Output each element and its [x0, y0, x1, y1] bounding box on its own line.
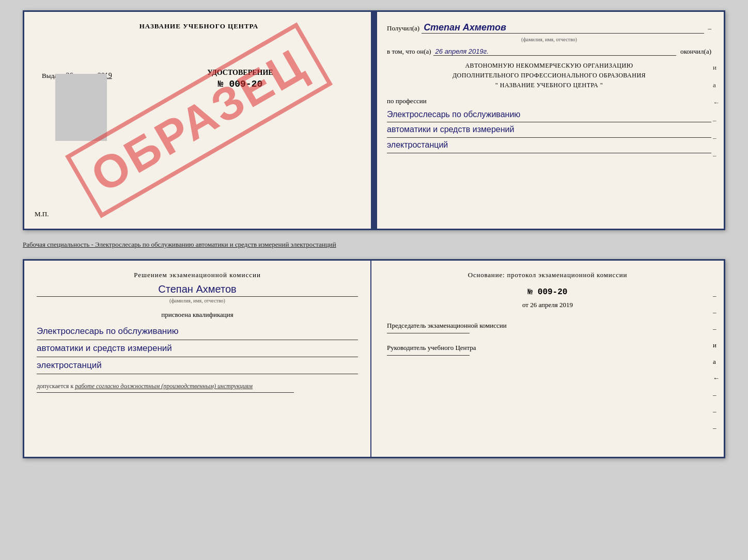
cert-number: № 009-20	[117, 79, 363, 89]
top-left-page: НАЗВАНИЕ УЧЕБНОГО ЦЕНТРА УДОСТОВЕРЕНИЕ №…	[24, 12, 375, 229]
top-right-page: Получил(а) Степан Ахметов – (фамилия, им…	[375, 12, 724, 229]
side-marks-bottom: – – – и а ← – – –	[713, 292, 720, 432]
top-diploma-book: НАЗВАНИЕ УЧЕБНОГО ЦЕНТРА УДОСТОВЕРЕНИЕ №…	[23, 10, 725, 230]
org-line1: АВТОНОМНУЮ НЕКОММЕРЧЕСКУЮ ОРГАНИЗАЦИЮ	[387, 61, 711, 71]
side-marks-top: и а ← – – –	[713, 63, 720, 159]
admitted-line: допускается к работе согласно должностны…	[37, 382, 358, 390]
qual-line1: Электрослесарь по обслуживанию	[37, 323, 358, 340]
finished-label: окончил(а)	[680, 47, 711, 56]
chairman-title: Председатель экзаменационной комиссии	[387, 322, 708, 330]
chairman-block: Председатель экзаменационной комиссии	[387, 322, 708, 333]
org-line2: ДОПОЛНИТЕЛЬНОГО ПРОФЕССИОНАЛЬНОГО ОБРАЗО…	[387, 71, 711, 81]
basis-title: Основание: протокол экзаменационной коми…	[387, 271, 708, 279]
in-that-line: в том, что он(а) 26 апреля 2019г. окончи…	[387, 47, 711, 56]
cert-info: УДОСТОВЕРЕНИЕ № 009-20	[117, 69, 363, 93]
director-sig-line	[387, 355, 470, 356]
protocol-date-value: 26 апреля 2019	[530, 301, 573, 309]
book-spine	[371, 12, 377, 229]
received-name: Степан Ахметов	[422, 22, 704, 34]
top-left-title: НАЗВАНИЕ УЧЕБНОГО ЦЕНТРА	[37, 22, 361, 30]
admitted-value: работе согласно должностным (производств…	[75, 382, 253, 390]
fio-sublabel-bottom: (фамилия, имя, отчество)	[37, 296, 358, 303]
director-block: Руководитель учебного Центра	[387, 344, 708, 356]
bottom-diploma-book: Решением экзаменационной комиссии Степан…	[23, 259, 725, 458]
received-line: Получил(а) Степан Ахметов –	[387, 22, 711, 34]
document-container: НАЗВАНИЕ УЧЕБНОГО ЦЕНТРА УДОСТОВЕРЕНИЕ №…	[23, 10, 725, 458]
profession-line1: Электрослесарь по обслуживанию	[387, 107, 711, 123]
profession-line3: электростанций	[387, 138, 711, 153]
chairman-sig-line	[387, 333, 470, 333]
mp-label: М.П.	[35, 210, 49, 218]
assigned-label: присвоена квалификация	[37, 311, 358, 319]
profession-line2: автоматики и средств измерений	[387, 122, 711, 138]
cert-title: УДОСТОВЕРЕНИЕ	[117, 69, 363, 77]
protocol-date: от 26 апреля 2019	[387, 301, 708, 309]
qual-line2: автоматики и средств измерений	[37, 340, 358, 357]
decision-title: Решением экзаменационной комиссии	[37, 271, 358, 279]
qual-line3: электростанций	[37, 357, 358, 374]
protocol-number: № 009-20	[387, 287, 708, 297]
bottom-right-page: Основание: протокол экзаменационной коми…	[371, 261, 724, 457]
in-that-date: 26 апреля 2019г.	[433, 47, 676, 56]
separator-text: Рабочая специальность - Электрослесарь п…	[23, 236, 725, 253]
fio-sublabel-top: (фамилия, имя, отчество)	[387, 37, 711, 42]
org-line3: " НАЗВАНИЕ УЧЕБНОГО ЦЕНТРА "	[387, 81, 711, 90]
received-label: Получил(а)	[387, 24, 419, 33]
bottom-left-page: Решением экзаменационной комиссии Степан…	[24, 261, 371, 457]
protocol-date-prefix: от	[522, 301, 528, 309]
photo-placeholder	[55, 74, 107, 141]
admitted-label: допускается к	[37, 382, 73, 390]
org-block: АВТОНОМНУЮ НЕКОММЕРЧЕСКУЮ ОРГАНИЗАЦИЮ ДО…	[387, 61, 711, 91]
director-title: Руководитель учебного Центра	[387, 344, 708, 352]
in-that-label: в том, что он(а)	[387, 47, 431, 56]
bottom-name: Степан Ахметов	[37, 283, 358, 295]
profession-label: по профессии	[387, 97, 711, 105]
